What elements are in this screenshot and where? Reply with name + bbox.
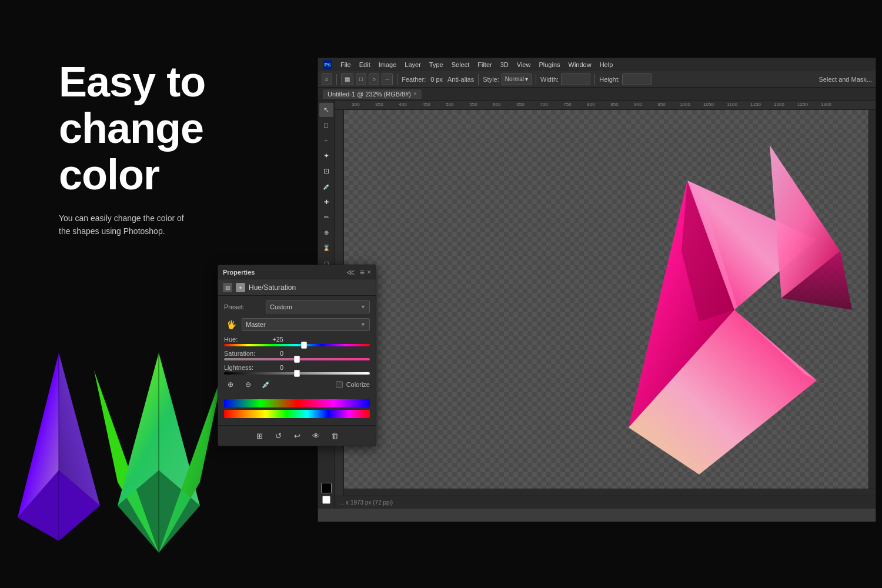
feather-label: Feather: — [402, 76, 426, 83]
green-shape — [88, 353, 229, 553]
ruler-num: 800 — [579, 102, 603, 107]
colorize-row: Colorize — [336, 381, 370, 388]
ruler-num: 1200 — [767, 102, 791, 107]
ruler-num: 700 — [532, 102, 556, 107]
separator4 — [536, 74, 536, 85]
width-label: Width: — [540, 76, 559, 83]
height-label: Height: — [599, 76, 620, 83]
ps-logo: Ps — [323, 60, 332, 69]
saturation-slider-track[interactable] — [224, 358, 370, 360]
menu-select[interactable]: Select — [448, 60, 473, 69]
saturation-slider-thumb[interactable] — [294, 356, 300, 363]
tool-fg-color[interactable] — [321, 483, 332, 493]
eyedropper-add-btn[interactable]: ⊕ — [224, 378, 237, 391]
canvas-content[interactable] — [344, 110, 876, 509]
shape-option-single[interactable]: ─ — [382, 74, 393, 85]
menu-image[interactable]: Image — [375, 60, 400, 69]
home-btn[interactable]: ⌂ — [322, 74, 332, 85]
eyedropper-subtract-btn[interactable]: ⊖ — [242, 378, 255, 391]
ps-statusbar: ... x 1973 px (72 ppi) — [335, 496, 876, 509]
footer-btn-visibility[interactable]: 👁 — [309, 429, 323, 442]
marquee-options[interactable]: ▦ — [341, 74, 353, 85]
lightness-slider-thumb[interactable] — [294, 370, 300, 377]
hue-slider-thumb[interactable] — [301, 342, 307, 349]
colorize-checkbox[interactable] — [336, 381, 343, 388]
saturation-label: Saturation: — [224, 350, 262, 357]
height-value[interactable] — [622, 74, 652, 85]
separator3 — [478, 74, 479, 85]
ruler-num: 850 — [603, 102, 626, 107]
ruler-num: 500 — [438, 102, 462, 107]
separator2 — [397, 74, 397, 85]
lightness-slider-track[interactable] — [224, 372, 370, 375]
ps-menu: File Edit Image Layer Type Select Filter… — [337, 60, 871, 69]
select-mask-label[interactable]: Select and Mask... — [819, 76, 873, 83]
width-value[interactable] — [561, 74, 590, 85]
tool-crop[interactable]: ⊡ — [319, 164, 333, 178]
scrollbar-vertical[interactable] — [868, 110, 876, 489]
eyedropper-colorize-row: ⊕ ⊖ 💉 Colorize — [224, 378, 370, 396]
tool-brush[interactable]: ✏ — [319, 210, 333, 224]
menu-type[interactable]: Type — [426, 60, 447, 69]
footer-btn-undo[interactable]: ↩ — [290, 429, 304, 442]
menu-view[interactable]: View — [513, 60, 534, 69]
preset-value: Custom — [270, 303, 292, 310]
panel-collapse-btn[interactable]: ≪ — [346, 268, 355, 277]
adjustment-icon: ▧ — [223, 283, 232, 292]
lightness-value[interactable]: 0 — [266, 364, 283, 371]
tool-eyedropper[interactable]: 💉 — [319, 179, 333, 193]
menu-file[interactable]: File — [337, 60, 355, 69]
hue-label-row: Hue: +25 — [224, 336, 370, 343]
ruler-num: 1150 — [744, 102, 767, 107]
footer-btn-reset[interactable]: ↺ — [271, 429, 285, 442]
channel-value: Master — [246, 321, 266, 328]
tool-clone[interactable]: ⊕ — [319, 225, 333, 239]
preset-dropdown[interactable]: Custom ▼ — [266, 300, 370, 313]
feather-value[interactable]: 0 px — [428, 76, 445, 83]
menu-help[interactable]: Help — [596, 60, 617, 69]
hand-tool-icon[interactable]: 🖐 — [224, 319, 238, 330]
panel-menu-btn[interactable]: ≡ — [360, 268, 365, 277]
tool-move[interactable]: ↖ — [319, 103, 333, 117]
footer-btn-smart[interactable]: ⊞ — [252, 429, 266, 442]
doc-tab-close[interactable]: × — [413, 91, 417, 97]
tool-lasso[interactable]: ⌢ — [319, 133, 333, 148]
shape-option-round[interactable]: ○ — [369, 74, 379, 85]
hue-value[interactable]: +25 — [266, 336, 283, 343]
style-dropdown[interactable]: Normal ▾ — [502, 74, 532, 85]
ruler-num: 1250 — [791, 102, 814, 107]
ruler-num: 400 — [391, 102, 415, 107]
doc-tab-title: Untitled-1 @ 232% (RGB/8#) — [328, 91, 411, 98]
eyedropper-sample-btn[interactable]: 💉 — [259, 378, 272, 391]
doc-tab[interactable]: Untitled-1 @ 232% (RGB/8#) × — [323, 89, 422, 99]
hue-slider-track[interactable] — [224, 344, 370, 346]
tool-heal[interactable]: ✚ — [319, 195, 333, 209]
menu-3d[interactable]: 3D — [497, 60, 512, 69]
ruler-num: 600 — [485, 102, 509, 107]
ruler-num: 750 — [556, 102, 579, 107]
saturation-value[interactable]: 0 — [266, 350, 283, 357]
subtext: You can easily change the color of the s… — [59, 212, 200, 238]
shape-option-rect[interactable]: □ — [356, 74, 366, 85]
tool-history[interactable]: ⌛ — [319, 240, 333, 255]
menu-edit[interactable]: Edit — [356, 60, 374, 69]
ruler-num: 450 — [415, 102, 438, 107]
tool-marquee-rect[interactable]: □ — [319, 118, 333, 132]
visibility-icon[interactable]: ● — [236, 283, 245, 292]
ruler-num: 1100 — [720, 102, 744, 107]
color-spectrum-bottom — [224, 410, 370, 418]
tool-magic-wand[interactable]: ✦ — [319, 149, 333, 163]
menu-window[interactable]: Window — [565, 60, 595, 69]
panel-body: Preset: Custom ▼ 🖐 Master ▼ Hue: +25 — [218, 296, 376, 425]
panel-section-header: ▧ ● Hue/Saturation — [218, 279, 376, 296]
tool-bg-color[interactable] — [322, 496, 330, 504]
ruler-num: 350 — [368, 102, 391, 107]
menu-layer[interactable]: Layer — [401, 60, 425, 69]
ruler-num: 950 — [650, 102, 673, 107]
footer-btn-delete[interactable]: 🗑 — [328, 429, 342, 442]
panel-close-btn[interactable]: × — [367, 268, 371, 276]
menu-filter[interactable]: Filter — [474, 60, 495, 69]
channel-dropdown[interactable]: Master ▼ — [242, 318, 370, 331]
menu-plugins[interactable]: Plugins — [535, 60, 563, 69]
scrollbar-horizontal[interactable] — [344, 489, 876, 496]
